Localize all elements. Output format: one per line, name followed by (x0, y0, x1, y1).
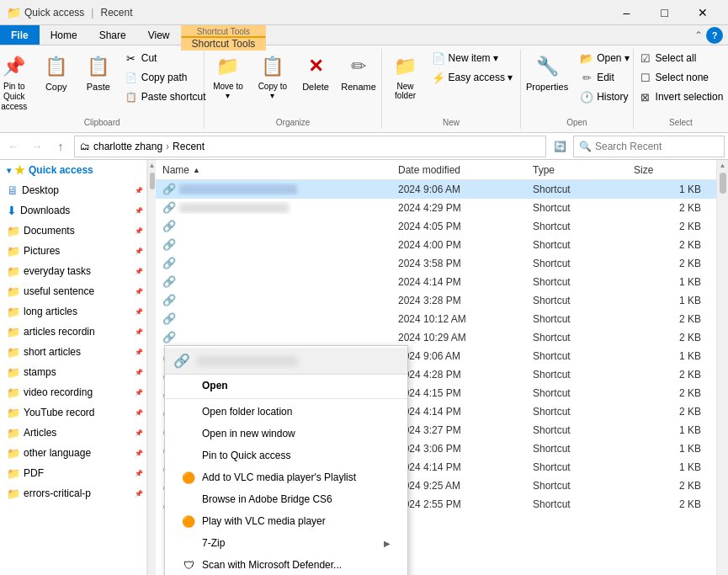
sidebar-item-documents[interactable]: 📁 Documents 📌 (0, 221, 146, 241)
paste-shortcut-button[interactable]: 📋 Paste shortcut (120, 88, 210, 106)
file-row-4[interactable]: 🔗 2024 4:00 PM Shortcut 2 KB (156, 236, 728, 254)
ctx-vlc-playlist[interactable]: 🟠 Add to VLC media player's Playlist (165, 466, 407, 488)
other-lang-icon: 📁 (7, 447, 20, 460)
cell-name-2: 🔗 (162, 201, 398, 214)
cell-date-11: 2024 4:28 PM (398, 369, 533, 381)
col-header-date[interactable]: Date modified (398, 164, 533, 176)
sidebar-item-stamps[interactable]: 📁 stamps 📌 (0, 362, 146, 382)
tab-share[interactable]: Share (88, 25, 137, 45)
sidebar-item-useful-sentence[interactable]: 📁 useful sentence 📌 (0, 281, 146, 301)
ctx-pin-quick[interactable]: Pin to Quick access (165, 445, 407, 466)
open-button[interactable]: 📂 Open ▾ (576, 49, 634, 67)
tab-home[interactable]: Home (40, 25, 88, 45)
file-scroll-up[interactable]: ▲ (718, 160, 728, 171)
cell-size-4: 2 KB (634, 239, 701, 251)
sidebar-item-errors[interactable]: 📁 errors-critical-p 📌 (0, 483, 146, 503)
cell-type-2: Shortcut (533, 202, 634, 214)
sidebar-item-downloads[interactable]: ⬇ Downloads 📌 (0, 200, 146, 221)
sidebar-item-pictures[interactable]: 📁 Pictures 📌 (0, 241, 146, 261)
move-to-button[interactable]: 📁 Move to ▾ (206, 49, 249, 104)
cell-date-14: 2024 3:27 PM (398, 424, 533, 436)
copy-large-button[interactable]: 📋 Copy (36, 49, 77, 96)
easy-access-button[interactable]: ⚡ Easy access ▾ (428, 68, 518, 87)
sidebar-header-quick-access[interactable]: ▾ ★ Quick access (0, 160, 146, 180)
paste-button[interactable]: 📋 Paste (78, 49, 119, 96)
ctx-open-folder[interactable]: Open folder location (165, 401, 407, 423)
context-menu: 🔗 Open Open folder location Open in new … (164, 345, 408, 575)
col-header-name[interactable]: Name ▲ (162, 164, 398, 176)
cell-type-13: Shortcut (533, 406, 634, 418)
sidebar-item-desktop[interactable]: 🖥 Desktop 📌 (0, 180, 146, 200)
sidebar-scrollbar[interactable]: ▲ ▼ (147, 160, 156, 575)
ctx-open-new-window[interactable]: Open in new window (165, 423, 407, 445)
ctx-open-folder-label: Open folder location (202, 406, 391, 418)
clipboard-small-btns: ✂ Cut 📄 Copy path 📋 Paste shortcut (120, 49, 210, 106)
new-folder-button[interactable]: 📁 New folder (385, 49, 426, 104)
cell-date-4: 2024 4:00 PM (398, 239, 533, 251)
properties-button[interactable]: 🔧 Properties (520, 49, 574, 96)
help-icon[interactable]: ? (706, 27, 723, 44)
tab-view[interactable]: View (137, 25, 181, 45)
pin-quick-access-button[interactable]: 📌 Pin to Quick access (0, 49, 35, 116)
select-none-button[interactable]: ☐ Select none (635, 68, 728, 87)
file-scroll-thumb[interactable] (720, 173, 726, 194)
copy-path-button[interactable]: 📄 Copy path (120, 68, 210, 87)
cell-date-13: 2024 4:14 PM (398, 406, 533, 418)
sidebar-item-long-articles[interactable]: 📁 long articles 📌 (0, 301, 146, 322)
delete-button[interactable]: ✕ Delete (295, 49, 336, 96)
file-row-1[interactable]: 🔗 2024 9:06 AM Shortcut 1 KB (156, 180, 728, 199)
minimize-button[interactable]: – (608, 0, 646, 25)
sidebar-item-articles-recording[interactable]: 📁 articles recordin 📌 (0, 322, 146, 342)
select-all-button[interactable]: ☑ Select all (635, 49, 728, 67)
sidebar-item-pdf[interactable]: 📁 PDF 📌 (0, 463, 146, 483)
useful-sentence-icon: 📁 (7, 285, 20, 298)
ctx-open[interactable]: Open (165, 375, 407, 397)
sidebar-item-everyday-tasks[interactable]: 📁 everyday tasks 📌 (0, 261, 146, 281)
file-row-8[interactable]: 🔗 2024 10:12 AM Shortcut 2 KB (156, 310, 728, 328)
sidebar-item-short-articles[interactable]: 📁 short articles 📌 (0, 342, 146, 362)
file-row-6[interactable]: 🔗 2024 4:14 PM Shortcut 1 KB (156, 273, 728, 291)
invert-selection-button[interactable]: ⊠ Invert selection (635, 88, 728, 106)
file-row-2[interactable]: 🔗 2024 4:29 PM Shortcut 2 KB (156, 199, 728, 217)
file-row-7[interactable]: 🔗 2024 3:28 PM Shortcut 1 KB (156, 291, 728, 310)
rename-button[interactable]: ✏ Rename (337, 49, 380, 96)
col-header-type[interactable]: Type (533, 164, 634, 176)
sidebar-item-other-language[interactable]: 📁 other language 📌 (0, 443, 146, 463)
search-input[interactable] (595, 141, 721, 152)
copy-to-button[interactable]: 📋 Copy to ▾ (252, 49, 294, 104)
file-row-3[interactable]: 🔗 2024 4:05 PM Shortcut 2 KB (156, 217, 728, 236)
col-header-size[interactable]: Size (634, 164, 701, 176)
file-row-5[interactable]: 🔗 2024 3:58 PM Shortcut 2 KB (156, 254, 728, 273)
sidebar-item-articles[interactable]: 📁 Articles 📌 (0, 423, 146, 443)
address-path[interactable]: 🗂 charlotte zhang › Recent (74, 136, 546, 157)
back-button[interactable]: ← (3, 136, 24, 157)
tab-file[interactable]: File (0, 25, 40, 45)
ctx-defender[interactable]: 🛡 Scan with Microsoft Defender... (165, 554, 407, 575)
close-button[interactable]: ✕ (683, 0, 721, 25)
cut-button[interactable]: ✂ Cut (120, 49, 210, 67)
select-items: ☑ Select all ☐ Select none ⊠ Invert sele… (635, 49, 728, 116)
history-button[interactable]: 🕐 History (576, 88, 634, 106)
forward-button[interactable]: → (27, 136, 47, 157)
reload-button[interactable]: 🔄 (550, 136, 570, 157)
ribbon-collapse-btn[interactable]: ⌃ (694, 29, 703, 41)
sidebar-item-youtube[interactable]: 📁 YouTube record 📌 (0, 402, 146, 423)
app-icon: 📁 (7, 6, 21, 19)
ctx-7zip[interactable]: 7-Zip ▶ (165, 532, 407, 554)
edit-button[interactable]: ✏ Edit (576, 68, 634, 87)
ctx-browse-bridge[interactable]: Browse in Adobe Bridge CS6 (165, 488, 407, 510)
pin-indicator-errors: 📌 (135, 490, 143, 498)
search-box[interactable]: 🔍 (573, 136, 725, 157)
sidebar-scroll-thumb[interactable] (150, 173, 155, 189)
sidebar-item-video-recording[interactable]: 📁 video recording 📌 (0, 382, 146, 402)
new-item-label: New item ▾ (449, 52, 498, 64)
copy-to-icon: 📋 (259, 53, 286, 80)
ctx-vlc-play[interactable]: 🟠 Play with VLC media player (165, 510, 407, 532)
maximize-button[interactable]: □ (646, 0, 683, 25)
cell-date-5: 2024 3:58 PM (398, 258, 533, 269)
file-row-9[interactable]: 🔗 2024 10:29 AM Shortcut 2 KB (156, 328, 728, 347)
up-button[interactable]: ↑ (50, 136, 71, 157)
new-item-button[interactable]: 📄 New item ▾ (428, 49, 518, 67)
file-list-scrollbar[interactable]: ▲ ▼ (716, 160, 728, 575)
copy-large-label: Copy (45, 82, 67, 92)
